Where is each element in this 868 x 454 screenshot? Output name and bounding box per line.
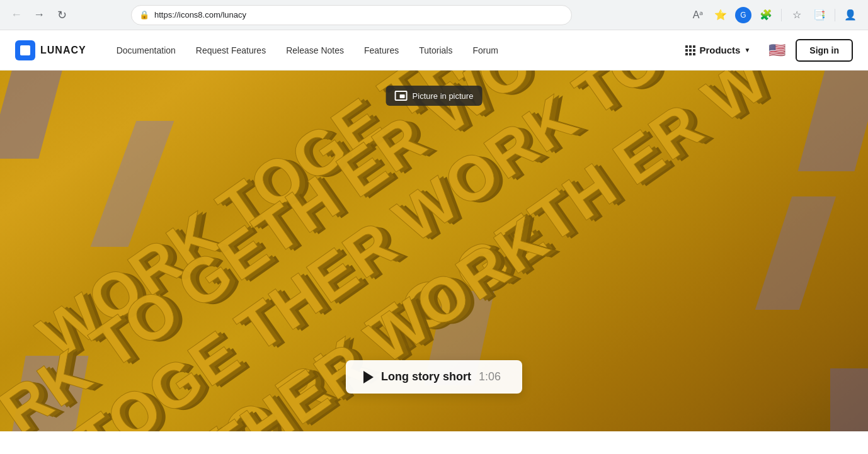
reading-mode-button[interactable]: Aᵃ — [688, 5, 708, 25]
products-label: Products — [699, 45, 740, 55]
browser-actions: Aᵃ ⭐ G 🧩 ☆ 📑 👤 — [688, 5, 860, 25]
reload-button[interactable]: ↻ — [53, 6, 71, 24]
extensions-button[interactable]: 🧩 — [756, 5, 776, 25]
nav-link-features[interactable]: Features — [354, 30, 409, 71]
play-duration: 1:06 — [479, 370, 501, 383]
browser-chrome: ← → ↻ 🔒 https://icons8.com/lunacy Aᵃ ⭐ G… — [0, 0, 868, 30]
hero-section: WORK TOGE THER WORK TO RK TO GETH ER WO … — [0, 71, 868, 431]
site-nav: LUNACY Documentation Request Features Re… — [0, 30, 868, 71]
flag-emoji: 🇺🇸 — [768, 42, 785, 59]
products-grid-icon — [685, 45, 695, 55]
back-button[interactable]: ← — [8, 6, 25, 24]
url-text: https://icons8.com/lunacy — [154, 10, 246, 20]
logo-icon — [15, 40, 35, 60]
logo-text: LUNACY — [40, 45, 86, 56]
nav-link-forum[interactable]: Forum — [462, 30, 508, 71]
collections-button[interactable]: 📑 — [809, 5, 830, 25]
forward-button[interactable]: → — [30, 6, 48, 24]
language-flag-button[interactable]: 🇺🇸 — [765, 42, 788, 59]
products-button[interactable]: Products ▼ — [678, 40, 758, 60]
nav-link-request-features[interactable]: Request Features — [186, 30, 276, 71]
play-icon — [363, 371, 374, 383]
video-play-button[interactable]: Long story short 1:06 — [346, 360, 522, 394]
favorites-button[interactable]: ⭐ — [711, 5, 731, 25]
address-bar[interactable]: 🔒 https://icons8.com/lunacy — [131, 5, 572, 25]
bookmarks-button[interactable]: ☆ — [787, 5, 807, 25]
nav-links: Documentation Request Features Release N… — [106, 30, 678, 71]
sign-in-button[interactable]: Sign in — [796, 39, 853, 62]
chevron-down-icon: ▼ — [744, 47, 750, 54]
separator — [781, 9, 782, 21]
user-profile-button[interactable]: 👤 — [840, 5, 860, 25]
nav-link-documentation[interactable]: Documentation — [106, 30, 186, 71]
logo-area[interactable]: LUNACY — [15, 40, 86, 60]
logo-icon-inner — [20, 45, 30, 55]
lock-icon: 🔒 — [139, 10, 149, 20]
profile-icon-button[interactable]: G — [733, 5, 753, 25]
play-label-text: Long story short — [381, 370, 471, 383]
nav-right: Products ▼ 🇺🇸 Sign in — [678, 39, 853, 62]
nav-link-release-notes[interactable]: Release Notes — [276, 30, 354, 71]
separator2 — [835, 9, 835, 21]
nav-link-tutorials[interactable]: Tutorials — [409, 30, 462, 71]
